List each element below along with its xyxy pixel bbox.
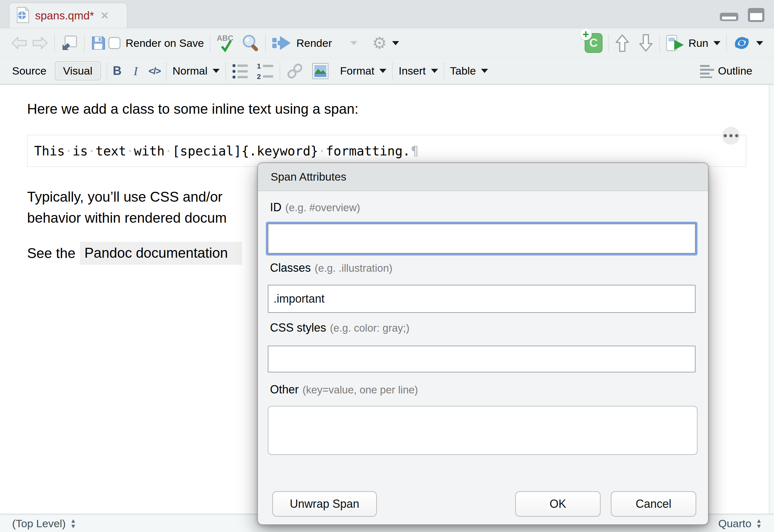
insert-link-button[interactable] — [286, 62, 304, 80]
separator — [444, 62, 445, 80]
next-section-button[interactable] — [638, 33, 654, 53]
paragraph-style-dropdown[interactable]: Normal — [172, 65, 220, 77]
separator — [265, 34, 266, 52]
rerun-caret-icon — [756, 41, 763, 45]
paragraph-line: Typically, you’ll use CSS and/or — [27, 186, 227, 207]
plus-badge-icon: + — [580, 29, 592, 40]
language-mode-selector[interactable]: Quarto ▲▼ — [718, 517, 762, 530]
insert-chunk-button[interactable]: C + — [585, 33, 603, 53]
gear-icon: ⚙ — [372, 35, 387, 51]
bulleted-list-button[interactable] — [232, 62, 249, 80]
other-field-hint: (key=value, one per line) — [302, 384, 418, 396]
classes-input[interactable] — [268, 285, 696, 313]
visual-toggle[interactable]: Visual — [55, 61, 101, 80]
intro-text: Here we add a class to some inline text … — [27, 101, 358, 117]
bold-button[interactable]: B — [113, 64, 121, 78]
unwrap-span-button[interactable]: Unwrap Span — [272, 491, 377, 517]
scope-selector[interactable]: (Top Level) ▲▼ — [12, 517, 76, 530]
tab-close-icon[interactable]: ✕ — [100, 10, 109, 22]
insert-image-button[interactable] — [311, 62, 329, 80]
insert-caret-icon — [431, 69, 438, 73]
insert-menu[interactable]: Insert — [399, 65, 438, 77]
bulleted-list-icon — [232, 62, 249, 80]
scrollbar-gutter[interactable] — [769, 85, 774, 514]
format-toolbar: Source Visual B I </> Normal 1 2 — [0, 58, 774, 84]
see-paragraph: See the Pandoc documentation — [27, 242, 242, 265]
render-options-caret-icon[interactable] — [350, 41, 357, 45]
run-button[interactable]: Run — [666, 34, 720, 52]
link-icon — [286, 62, 304, 80]
find-button[interactable] — [241, 34, 259, 52]
source-toggle[interactable]: Source — [12, 65, 47, 77]
id-field-hint: (e.g. #overview) — [285, 202, 360, 213]
more-dots-icon — [724, 134, 727, 137]
dialog-title[interactable]: Span Attributes — [258, 163, 708, 191]
separator — [54, 34, 55, 52]
separator — [210, 34, 210, 52]
back-arrow-icon — [11, 36, 27, 50]
table-menu[interactable]: Table — [450, 65, 488, 77]
show-in-new-window-button[interactable] — [61, 34, 78, 52]
save-button[interactable] — [90, 35, 106, 51]
id-field-label: ID(e.g. #overview) — [270, 201, 360, 214]
table-caret-icon — [481, 69, 488, 73]
body-paragraph: Typically, you’ll use CSS and/or behavio… — [27, 186, 227, 228]
render-on-save-label: Render on Save — [126, 37, 204, 49]
paragraph-line: behavior within rendered docum — [27, 207, 227, 228]
separator — [608, 34, 609, 52]
id-input[interactable] — [268, 224, 696, 254]
run-icon — [666, 34, 685, 52]
separator — [392, 62, 393, 80]
quarto-document-icon — [16, 7, 30, 25]
up-arrow-icon — [615, 33, 630, 53]
tab-spans-qmd[interactable]: spans.qmd* ✕ — [9, 3, 127, 28]
inline-code-highlight: Pandoc documentation — [80, 242, 242, 265]
rstudio-editor-window: spans.qmd* ✕ — [0, 0, 774, 532]
outline-icon — [699, 64, 715, 78]
previous-section-button[interactable] — [615, 33, 630, 53]
render-button[interactable]: Render — [271, 35, 332, 51]
span-attributes-dialog: Span Attributes ID(e.g. #overview) Class… — [257, 162, 709, 525]
forward-arrow-icon — [32, 36, 48, 50]
italic-button[interactable]: I — [134, 64, 138, 78]
more-options-button[interactable] — [722, 127, 740, 145]
sort-arrows-icon: ▲▼ — [756, 518, 762, 529]
css-styles-input[interactable] — [268, 346, 696, 372]
numbered-list-button[interactable]: 1 2 — [257, 62, 274, 80]
code-block[interactable]: This·is·text·with·[special]{.keyword}·fo… — [27, 135, 746, 167]
separator — [106, 62, 107, 80]
sync-icon — [733, 34, 751, 52]
forward-button[interactable] — [32, 36, 48, 50]
maximize-icon[interactable] — [747, 7, 766, 24]
save-icon — [90, 35, 106, 51]
format-menu[interactable]: Format — [340, 65, 387, 77]
css-field-label: CSS styles(e.g. color: gray;) — [270, 321, 409, 334]
tab-title: spans.qmd* — [35, 9, 94, 22]
settings-caret-icon — [392, 41, 399, 45]
code-line-words: This·is·text·with·[special]{.keyword}·fo… — [34, 144, 410, 158]
see-prefix: See the — [27, 245, 76, 261]
back-button[interactable] — [11, 36, 27, 50]
spellcheck-button[interactable]: ABC — [216, 33, 236, 53]
chunk-c-icon: C — [590, 36, 598, 50]
ok-button[interactable]: OK — [515, 491, 601, 517]
svg-text:2: 2 — [257, 73, 261, 80]
render-icon — [271, 35, 291, 51]
main-toolbar: Render on Save ABC Render — [0, 28, 774, 58]
format-caret-icon — [379, 69, 386, 73]
popout-window-icon — [61, 34, 78, 52]
down-arrow-icon — [638, 33, 654, 53]
render-on-save-checkbox[interactable] — [108, 37, 120, 49]
render-label: Render — [296, 37, 332, 49]
rerun-button[interactable] — [733, 34, 763, 52]
outline-toggle[interactable]: Outline — [699, 64, 752, 78]
code-format-button[interactable]: </> — [148, 66, 160, 76]
minimize-icon[interactable] — [719, 7, 740, 24]
render-settings-button[interactable]: ⚙ — [372, 35, 399, 51]
cancel-button[interactable]: Cancel — [611, 491, 696, 517]
other-textarea[interactable] — [268, 406, 698, 455]
style-caret-icon — [213, 69, 220, 73]
numbered-list-icon: 1 2 — [257, 62, 274, 80]
search-icon — [241, 34, 259, 52]
tab-bar: spans.qmd* ✕ — [0, 0, 774, 28]
